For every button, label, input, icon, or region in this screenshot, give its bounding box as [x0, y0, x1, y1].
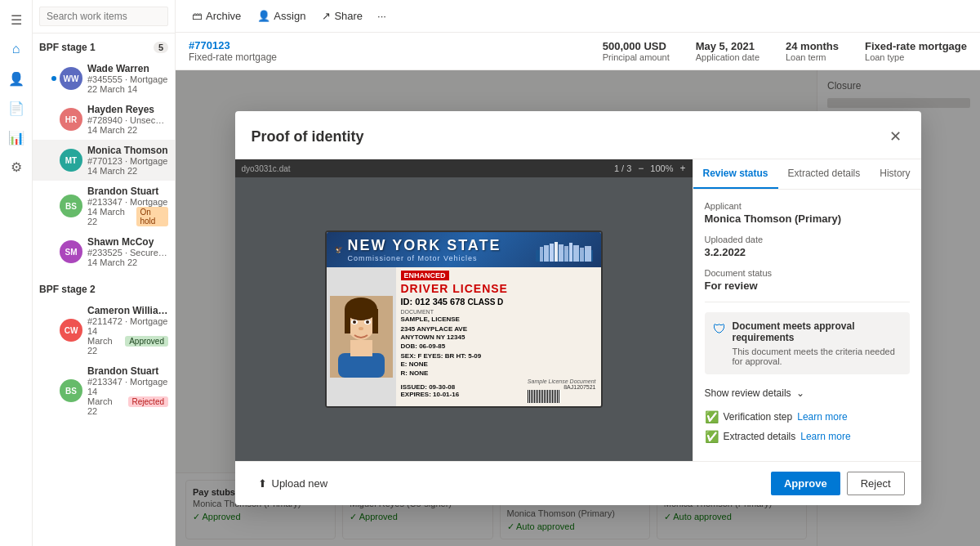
item-info-cw: Cameron Williams #211472 · Mortgage 14 M… — [87, 305, 168, 356]
more-button[interactable]: ··· — [372, 7, 391, 25]
doc-meets-approval: 🛡 Document meets approval requirements T… — [705, 312, 910, 374]
sidebar-item-cameron-williams[interactable]: CW Cameron Williams #211472 · Mortgage 1… — [33, 300, 175, 360]
bpf1-label: BPF stage 1 — [39, 42, 96, 53]
nav-menu-icon[interactable]: ☰ — [3, 7, 29, 33]
sidebar-item-hayden-reyes[interactable]: HR Hayden Reyes #728940 · Unsecured 14 M… — [33, 99, 175, 140]
sidebar-group-bpf1: BPF stage 1 5 WW Wade Warren #345555 · M… — [33, 34, 175, 275]
doc-meets-text: Document meets approval requirements Thi… — [733, 320, 902, 366]
applicant-value: Monica Thomson (Primary) — [705, 213, 910, 225]
item-info-bs2: Brandon Stuart #213347 · Mortgage 14 Mar… — [87, 365, 168, 416]
avatar-sm: SM — [60, 240, 82, 263]
review-content: Applicant Monica Thomson (Primary) Uploa… — [693, 190, 921, 461]
nav-settings-icon[interactable]: ⚙ — [3, 154, 29, 180]
verification-learn-more-link[interactable]: Learn more — [797, 411, 847, 423]
archive-label: Archive — [206, 10, 241, 22]
meta-loan-term: 24 months Loan term — [786, 40, 839, 62]
item-name-bs2: Brandon Stuart — [87, 365, 168, 377]
sidebar-item-brandon-stuart-1[interactable]: BS Brandon Stuart #213347 · Mortgage 14 … — [33, 181, 175, 231]
search-input[interactable] — [39, 7, 168, 26]
nav-doc-icon[interactable]: 📄 — [3, 95, 29, 121]
check-verification: ✅ Verification step Learn more — [705, 410, 910, 423]
item-info-sm: Shawn McCoy #233525 · Secured lo... 14 M… — [87, 236, 168, 267]
sidebar-item-wade-warren[interactable]: WW Wade Warren #345555 · Mortgage 22 Mar… — [33, 58, 175, 99]
review-panel: Review status Extracted details History … — [693, 159, 921, 461]
tab-review-status[interactable]: Review status — [693, 159, 778, 189]
doc-zoom-in-button[interactable]: + — [679, 163, 685, 174]
nav-home-icon[interactable]: ⌂ — [3, 36, 29, 62]
item-date-hr: 14 March 22 — [87, 125, 168, 135]
avatar-mt: MT — [60, 149, 82, 172]
sidebar-search-container — [33, 0, 175, 34]
sidebar-group-bpf2-header[interactable]: BPF stage 2 — [33, 279, 175, 300]
reject-button[interactable]: Reject — [847, 472, 905, 495]
license-enhanced-badge: ENHANCED — [401, 271, 449, 280]
svg-point-21 — [366, 320, 369, 324]
avatar-ww: WW — [60, 67, 82, 90]
work-item-header: #770123 Fixed-rate mortgage 500,000 USD … — [176, 33, 980, 70]
license-type-label: DRIVER LICENSE — [401, 282, 596, 295]
avatar-bs1: BS — [60, 195, 82, 217]
sidebar-item-brandon-stuart-2[interactable]: BS Brandon Stuart #213347 · Mortgage 14 … — [33, 360, 175, 421]
check-circle-icon-2: ✅ — [705, 430, 719, 443]
modal-overlay: Proof of identity ✕ dyo3031c.dat 1 / 3 −… — [176, 70, 980, 546]
sidebar-item-monica-thomson[interactable]: MT Monica Thomson #770123 · Mortgage 14 … — [33, 140, 175, 181]
doc-zoom: 100% — [650, 163, 673, 173]
approved-badge: Approved — [125, 336, 168, 347]
on-hold-badge: On hold — [136, 207, 169, 226]
sidebar-item-shawn-mccoy[interactable]: SM Shawn McCoy #233525 · Secured lo... 1… — [33, 231, 175, 272]
svg-rect-5 — [559, 244, 564, 262]
nav-people-icon[interactable]: 👤 — [3, 65, 29, 92]
shield-check-icon: 🛡 — [713, 322, 726, 337]
meta-principal: 500,000 USD Principal amount — [603, 40, 670, 62]
assign-button[interactable]: 👤 Assign — [251, 7, 312, 25]
applicant-label: Applicant — [705, 201, 910, 211]
divider-1 — [705, 302, 910, 302]
extracted-learn-more-link[interactable]: Learn more — [800, 431, 850, 442]
license-dates: ISSUED: 09-30-08 EXPIRES: 10-01-16 Sampl… — [401, 378, 596, 403]
share-button[interactable]: ↗ Share — [315, 7, 369, 25]
share-icon: ↗ — [322, 10, 331, 22]
approve-button[interactable]: Approve — [771, 472, 840, 495]
work-item-id-value: #770123 — [189, 39, 264, 51]
item-sub-sm: #233525 · Secured lo... — [87, 248, 168, 257]
license-name-field: DOCUMENT SAMPLE, LICENSE — [401, 308, 596, 324]
tab-history[interactable]: History — [870, 159, 920, 189]
item-name-ww: Wade Warren — [87, 63, 168, 74]
doc-status-label: Document status — [705, 268, 910, 278]
svg-rect-6 — [564, 246, 568, 262]
check-extracted: ✅ Extracted details Learn more — [705, 430, 910, 443]
svg-rect-9 — [580, 248, 584, 262]
item-sub-hr: #728940 · Unsecured — [87, 115, 168, 125]
bpf2-label: BPF stage 2 — [39, 284, 96, 295]
avatar-cw: CW — [60, 319, 82, 342]
svg-rect-3 — [550, 244, 554, 262]
field-doc-status: Document status For review — [705, 268, 910, 292]
svg-rect-7 — [569, 243, 572, 262]
main-content: 🗃 Archive 👤 Assign ↗ Share ··· #770123 F… — [176, 0, 980, 546]
document-viewer: dyo3031c.dat 1 / 3 − 100% + — [235, 159, 693, 461]
item-date-mt: 14 March 22 — [87, 166, 168, 176]
sidebar-group-bpf1-header[interactable]: BPF stage 1 5 — [33, 37, 175, 58]
tab-extracted-details[interactable]: Extracted details — [778, 159, 871, 189]
item-name-cw: Cameron Williams — [87, 305, 168, 316]
license-barcode-id: 8AJ1207521 — [528, 384, 596, 390]
svg-point-20 — [353, 320, 356, 324]
item-info-hr: Hayden Reyes #728940 · Unsecured 14 Marc… — [87, 104, 168, 135]
upload-new-button[interactable]: ⬆ Upload new — [252, 472, 335, 495]
archive-button[interactable]: 🗃 Archive — [185, 7, 247, 25]
item-sub-mt: #770123 · Mortgage — [87, 156, 168, 166]
svg-rect-2 — [544, 245, 549, 262]
nav-chart-icon[interactable]: 📊 — [3, 124, 29, 150]
modal-header: Proof of identity ✕ — [235, 111, 921, 159]
modal-close-button[interactable]: ✕ — [886, 124, 905, 149]
license-dob-field: DOB: 06-09-85 — [401, 342, 596, 351]
rejected-badge: Rejected — [128, 396, 168, 407]
modal-footer: ⬆ Upload new Approve Reject — [235, 461, 921, 505]
assign-label: Assign — [274, 10, 305, 22]
toolbar: 🗃 Archive 👤 Assign ↗ Share ··· — [176, 0, 980, 33]
license-info: ENHANCED DRIVER LICENSE ID: 012 345 678 … — [396, 267, 601, 406]
doc-zoom-out-button[interactable]: − — [638, 163, 644, 174]
show-review-details-button[interactable]: Show review details ⌄ — [705, 383, 910, 404]
meta-app-date: May 5, 2021 Application date — [696, 40, 760, 62]
license-issued: ISSUED: 09-30-08 — [401, 383, 460, 391]
